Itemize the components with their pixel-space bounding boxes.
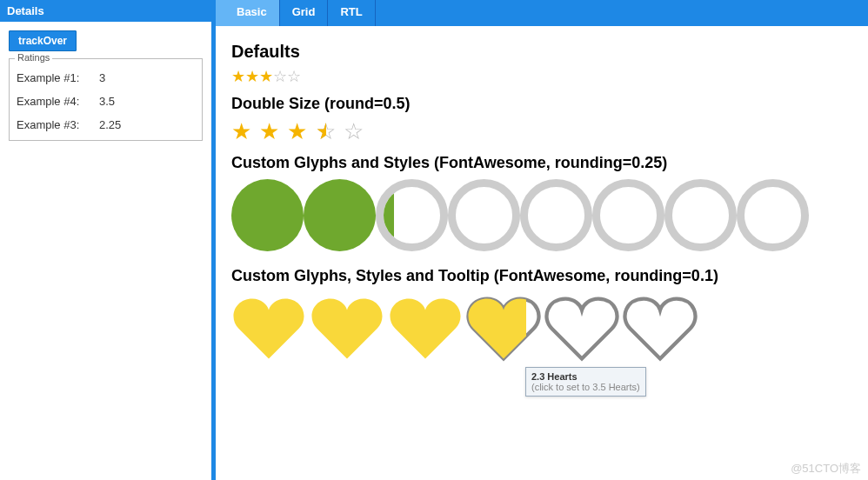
section-title-hearts: Custom Glyphs, Styles and Tooltip (FontA… — [231, 267, 852, 285]
heart-partial-icon — [466, 294, 541, 363]
circle-partial-icon — [376, 179, 448, 251]
heart-icon — [310, 294, 384, 363]
trackover-button[interactable]: trackOver — [9, 30, 77, 51]
ratings-legend: Ratings — [15, 52, 52, 63]
rating-double[interactable]: ★ ★ ★ ☆★ ☆ — [231, 118, 364, 145]
circle-empty-icon — [737, 179, 809, 251]
star-empty-icon: ☆☆ — [273, 68, 301, 85]
star-half-icon: ☆★ — [316, 118, 337, 145]
heart-empty-icon — [544, 294, 619, 363]
rating-hearts[interactable]: 2.3 Hearts (click to set to 3.5 Hearts) — [231, 294, 852, 363]
rating-row: Example #4: 3.5 — [15, 90, 197, 113]
star-icon: ★ ★ ★ — [231, 118, 316, 144]
tabbar: Basic Grid RTL — [216, 0, 868, 26]
circle-empty-icon — [592, 179, 664, 251]
content-area: Defaults ★★★☆☆ Double Size (round=0.5) ★… — [216, 26, 868, 480]
rating-row: Example #3: 2.25 — [15, 113, 197, 137]
tooltip-title: 2.3 Hearts — [531, 371, 640, 382]
circle-empty-icon — [448, 179, 520, 251]
tooltip-subtitle: (click to set to 3.5 Hearts) — [531, 382, 640, 392]
star-icon: ★★★ — [231, 68, 273, 85]
hearts-tooltip: 2.3 Hearts (click to set to 3.5 Hearts) — [525, 367, 646, 397]
heart-icon — [388, 294, 463, 363]
circle-empty-icon — [520, 179, 592, 251]
watermark: @51CTO博客 — [791, 461, 861, 477]
heart-icon — [231, 294, 306, 363]
circle-icon — [231, 179, 304, 251]
section-title-double: Double Size (round=0.5) — [231, 95, 852, 113]
rating-label: Example #1: — [17, 71, 99, 84]
rating-value: 3 — [99, 71, 105, 84]
heart-empty-icon — [623, 294, 698, 363]
ratings-fieldset: Ratings Example #1: 3 Example #4: 3.5 Ex… — [9, 58, 203, 141]
tab-basic[interactable]: Basic — [224, 0, 280, 26]
circle-empty-icon — [664, 179, 737, 251]
details-header: Details — [0, 0, 211, 22]
details-panel: Details trackOver Ratings Example #1: 3 … — [0, 0, 216, 480]
rating-row: Example #1: 3 — [15, 66, 197, 90]
rating-label: Example #4: — [17, 95, 99, 108]
circle-icon — [304, 179, 376, 251]
section-title-defaults: Defaults — [231, 42, 852, 62]
rating-circles[interactable] — [231, 179, 852, 251]
rating-defaults[interactable]: ★★★☆☆ — [231, 67, 852, 86]
tab-rtl[interactable]: RTL — [328, 0, 375, 26]
rating-label: Example #3: — [17, 118, 99, 131]
section-title-circles: Custom Glyphs and Styles (FontAwesome, r… — [231, 154, 852, 172]
rating-value: 2.25 — [99, 118, 121, 131]
star-empty-icon: ☆ — [337, 118, 364, 144]
rating-value: 3.5 — [99, 95, 115, 108]
tab-grid[interactable]: Grid — [280, 0, 329, 26]
